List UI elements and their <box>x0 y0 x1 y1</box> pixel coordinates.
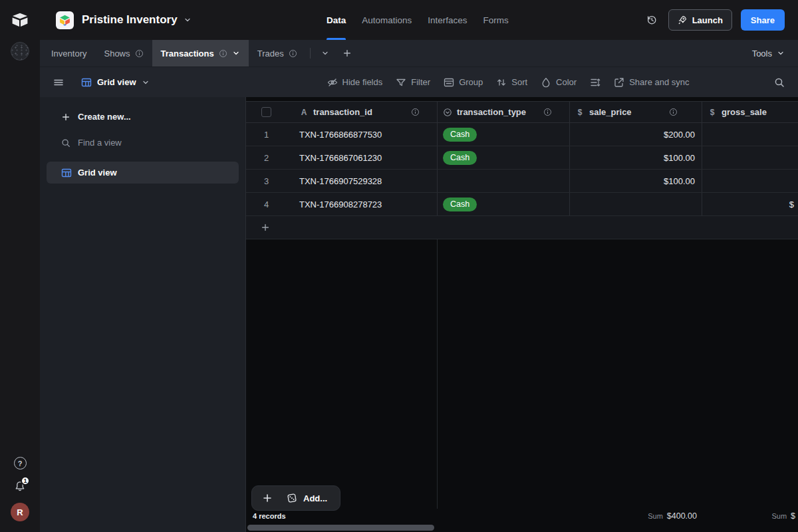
workspace-avatar[interactable] <box>11 42 29 61</box>
row-number[interactable]: 3 <box>246 170 293 192</box>
toolbar-buttons: Hide fields Filter Group Sort Color Shar… <box>321 73 696 92</box>
chevron-down-icon <box>142 78 150 86</box>
summary-sale-price[interactable]: Sum $400.00 <box>570 511 697 521</box>
group-button[interactable]: Group <box>438 73 489 92</box>
share-button[interactable]: Share <box>741 9 785 31</box>
grid-area: A transaction_id transaction_type $ sale… <box>246 97 798 532</box>
launch-button[interactable]: Launch <box>668 9 732 31</box>
tab-label: Transactions <box>161 49 214 59</box>
view-item-grid-view[interactable]: Grid view <box>47 162 239 184</box>
content-column: Inventory Shows Transactions Trades Tool… <box>40 40 798 532</box>
search-icon <box>774 77 785 88</box>
view-name-label: Grid view <box>97 77 136 87</box>
create-new-label: Create new... <box>78 112 131 122</box>
cell-transaction-type[interactable]: Cash <box>438 193 570 215</box>
tab-shows[interactable]: Shows <box>95 40 152 66</box>
cell-transaction-type[interactable]: Cash <box>438 146 570 169</box>
tools-button[interactable]: Tools <box>739 40 798 66</box>
hide-fields-button[interactable]: Hide fields <box>321 73 389 92</box>
info-icon[interactable] <box>411 108 420 116</box>
find-view-input[interactable]: Find a view <box>40 138 245 148</box>
cell-sale-price[interactable]: $200.00 <box>570 123 702 146</box>
chevron-down-icon[interactable] <box>232 49 240 57</box>
label: Hide fields <box>342 77 383 87</box>
data-grid: A transaction_id transaction_type $ sale… <box>246 101 798 239</box>
cell-transaction-type[interactable] <box>438 170 570 192</box>
info-icon <box>289 49 297 58</box>
add-record-button[interactable] <box>252 486 283 510</box>
info-icon <box>135 49 144 58</box>
nav-data[interactable]: Data <box>327 0 346 40</box>
cell-sale-price[interactable] <box>570 193 702 215</box>
table-row: 1 TXN-1766866877530 Cash $200.00 <box>246 123 798 146</box>
add-row <box>246 216 798 239</box>
sort-icon <box>496 77 507 88</box>
color-button[interactable]: Color <box>535 73 583 92</box>
cell-sale-price[interactable]: $100.00 <box>570 146 702 169</box>
base-icon[interactable] <box>56 11 74 29</box>
row-height-button[interactable] <box>584 73 606 92</box>
column-header-gross-sale[interactable]: $ gross_sale <box>702 102 798 122</box>
row-number[interactable]: 2 <box>246 146 293 169</box>
cell-gross-sale[interactable]: $ <box>702 193 798 215</box>
create-new-view-button[interactable]: Create new... <box>40 112 245 122</box>
chevron-down-icon <box>777 49 785 57</box>
launch-label: Launch <box>692 15 723 25</box>
view-switcher[interactable]: Grid view <box>81 77 150 88</box>
cell-transaction-id[interactable]: TXN-1766907529328 <box>293 170 438 192</box>
base-title[interactable]: Pristine Inventory <box>82 13 192 27</box>
add-table-button[interactable] <box>336 40 358 66</box>
frozen-column-divider <box>437 239 438 509</box>
history-button[interactable] <box>644 12 660 28</box>
cell-transaction-id[interactable]: TXN-1766866877530 <box>293 123 438 146</box>
column-label: gross_sale <box>722 107 767 117</box>
sort-button[interactable]: Sort <box>490 73 533 92</box>
cell-gross-sale[interactable] <box>702 146 798 169</box>
table-search-button[interactable] <box>315 40 336 66</box>
nav-forms[interactable]: Forms <box>483 0 509 40</box>
horizontal-scrollbar[interactable] <box>247 525 434 531</box>
cell-gross-sale[interactable] <box>702 123 798 146</box>
grid-view-icon <box>61 168 72 178</box>
cell-transaction-id[interactable]: TXN-1766908278723 <box>293 193 438 215</box>
tab-trades[interactable]: Trades <box>249 40 306 66</box>
column-header-transaction-type[interactable]: transaction_type <box>438 102 570 122</box>
notifications-button[interactable]: 1 <box>15 481 25 491</box>
base-title-label: Pristine Inventory <box>82 13 178 27</box>
info-icon[interactable] <box>669 108 678 116</box>
row-number[interactable]: 4 <box>246 193 293 215</box>
cell-transaction-type[interactable]: Cash <box>438 123 570 146</box>
select-all-checkbox[interactable] <box>261 107 271 117</box>
label: Filter <box>411 77 430 87</box>
search-icon <box>61 138 70 148</box>
cell-sale-price[interactable]: $100.00 <box>570 170 702 192</box>
row-number[interactable]: 1 <box>246 123 293 146</box>
label: Color <box>556 77 577 87</box>
nav-automations[interactable]: Automations <box>362 0 412 40</box>
sum-label: Sum <box>648 512 663 520</box>
left-rail: ? 1 R <box>0 40 40 532</box>
help-button[interactable]: ? <box>14 457 27 469</box>
filter-button[interactable]: Filter <box>390 73 436 92</box>
column-header-sale-price[interactable]: $ sale_price <box>570 102 702 122</box>
cell-transaction-id[interactable]: TXN-1766867061230 <box>293 146 438 169</box>
column-label: sale_price <box>589 107 632 117</box>
cell-gross-sale[interactable] <box>702 170 798 192</box>
add-record-row-button[interactable] <box>261 223 270 232</box>
nav-interfaces[interactable]: Interfaces <box>428 0 467 40</box>
views-menu-button[interactable] <box>51 74 66 90</box>
tools-label: Tools <box>752 49 772 59</box>
notification-badge: 1 <box>21 476 30 485</box>
views-sidebar: Create new... Find a view Grid view <box>40 97 246 532</box>
column-header-transaction-id[interactable]: A transaction_id <box>293 102 438 122</box>
airtable-logo-icon[interactable] <box>0 13 40 27</box>
tab-inventory[interactable]: Inventory <box>43 40 95 66</box>
tab-transactions[interactable]: Transactions <box>152 40 249 66</box>
topbar-actions: Launch Share <box>644 9 798 31</box>
user-avatar[interactable]: R <box>11 503 29 521</box>
info-icon[interactable] <box>543 108 552 116</box>
search-button[interactable] <box>771 74 787 90</box>
share-and-sync-button[interactable]: Share and sync <box>608 73 695 92</box>
add-with-ai-button[interactable]: Add... <box>283 486 340 510</box>
summary-gross-sale[interactable]: Sum $ <box>771 511 795 521</box>
